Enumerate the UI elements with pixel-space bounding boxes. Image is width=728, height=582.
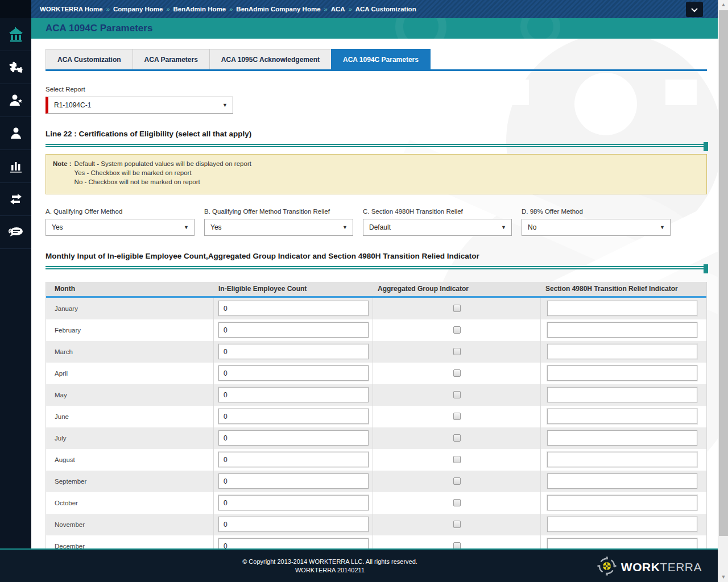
breadcrumb-aca[interactable]: ACA	[331, 6, 345, 13]
line22-fields: A. Qualifying Offer Method Yes ▼ B. Qual…	[46, 208, 707, 236]
table-row-march: March	[46, 341, 706, 363]
sidebar-top-cap	[0, 0, 31, 18]
report-section: Select Report R1-1094C-1 ▼	[46, 86, 707, 114]
breadcrumb-separator: »	[324, 6, 328, 13]
table-row-may: May	[46, 384, 706, 406]
column-header-relief: Section 4980H Transition Relief Indicato…	[541, 285, 706, 293]
relief-input-august[interactable]	[547, 452, 697, 467]
dropdown-arrow-icon: ▼	[501, 219, 506, 235]
dropdown-arrow-icon: ▼	[342, 219, 348, 235]
breadcrumb-benadmin-company-home[interactable]: BenAdmin Company Home	[236, 6, 320, 13]
collapse-button[interactable]	[686, 2, 703, 17]
breadcrumb-benadmin-home[interactable]: BenAdmin Home	[173, 6, 226, 13]
sidebar-item-transfer[interactable]	[0, 183, 31, 216]
vertical-scrollbar[interactable]: ▲ ▼	[718, 0, 728, 582]
month-label: March	[46, 348, 73, 355]
scroll-up-arrow-icon[interactable]: ▲	[718, 0, 728, 10]
sidebar-item-reports[interactable]	[0, 150, 31, 183]
aggregated-checkbox-april[interactable]	[453, 369, 461, 377]
section-4980h-transition-relief-label: C. Section 4980H Transition Relief	[363, 208, 512, 215]
relief-input-february[interactable]	[547, 322, 697, 338]
brand-text-bold: WORK	[621, 560, 660, 573]
section-divider	[46, 144, 707, 147]
aggregated-checkbox-june[interactable]	[453, 413, 461, 420]
count-input-november[interactable]	[218, 517, 369, 532]
breadcrumb-separator: »	[106, 6, 110, 13]
relief-input-march[interactable]	[547, 344, 697, 359]
sidebar-item-home[interactable]	[0, 18, 31, 51]
breadcrumb-separator: »	[229, 6, 233, 13]
chat-bubble-icon	[7, 226, 24, 239]
count-input-december[interactable]	[218, 538, 369, 548]
count-input-may[interactable]	[218, 387, 369, 402]
count-input-january[interactable]	[218, 301, 369, 316]
select-value: Yes	[52, 223, 63, 231]
breadcrumb-company-home[interactable]: Company Home	[113, 6, 163, 13]
relief-input-november[interactable]	[547, 517, 697, 532]
month-label: July	[46, 435, 66, 442]
note-line: Default - System populated values will b…	[75, 160, 251, 168]
brand-text-light: TERRA	[660, 560, 702, 573]
section-4980h-transition-relief-select[interactable]: Default ▼	[363, 219, 512, 236]
sidebar-item-modules[interactable]	[0, 51, 31, 84]
table-row-june: June	[46, 406, 706, 427]
table-row-january: January	[46, 298, 706, 319]
note-box: Note : Default - System populated values…	[46, 154, 707, 194]
sidebar-item-messages[interactable]	[0, 216, 31, 249]
relief-input-october[interactable]	[547, 495, 697, 510]
aggregated-checkbox-october[interactable]	[453, 499, 461, 506]
aggregated-checkbox-september[interactable]	[453, 477, 461, 485]
count-input-april[interactable]	[218, 365, 369, 381]
month-label: October	[46, 500, 78, 506]
offer-method-98-label: D. 98% Offer Method	[522, 208, 671, 215]
aggregated-checkbox-january[interactable]	[453, 305, 461, 312]
bar-chart-icon	[9, 159, 23, 174]
qualifying-offer-transition-relief-select[interactable]: Yes ▼	[204, 219, 353, 236]
relief-input-september[interactable]	[547, 473, 697, 489]
scroll-down-arrow-icon[interactable]: ▼	[718, 572, 728, 582]
aggregated-checkbox-july[interactable]	[453, 434, 461, 442]
aggregated-checkbox-august[interactable]	[453, 456, 461, 463]
aggregated-checkbox-february[interactable]	[453, 326, 461, 334]
breadcrumb-separator: »	[349, 6, 352, 13]
month-label: January	[46, 305, 78, 312]
user-icon	[9, 126, 23, 141]
aggregated-checkbox-november[interactable]	[453, 521, 461, 528]
transfer-arrows-icon	[9, 193, 23, 206]
table-row-october: October	[46, 492, 706, 514]
count-input-july[interactable]	[218, 430, 369, 446]
breadcrumb-workterra-home[interactable]: WORKTERRA Home	[40, 6, 103, 13]
page-title: ACA 1094C Parameters	[46, 23, 152, 34]
relief-input-may[interactable]	[547, 387, 697, 402]
qualifying-offer-method-select[interactable]: Yes ▼	[46, 219, 195, 236]
count-input-june[interactable]	[218, 409, 369, 424]
relief-input-december[interactable]	[547, 538, 697, 548]
breadcrumb-aca-customization[interactable]: ACA Customization	[355, 6, 416, 13]
header-watermark-circle	[520, 18, 560, 39]
note-label: Note :	[53, 160, 72, 188]
tab-aca-parameters[interactable]: ACA Parameters	[133, 49, 209, 69]
select-value: Default	[369, 223, 391, 231]
offer-method-98-select[interactable]: No ▼	[522, 219, 671, 236]
relief-input-july[interactable]	[547, 430, 697, 446]
relief-input-june[interactable]	[547, 409, 697, 424]
sidebar-item-users[interactable]	[0, 117, 31, 150]
sidebar-item-admin-users[interactable]	[0, 84, 31, 117]
count-input-october[interactable]	[218, 495, 369, 510]
relief-input-january[interactable]	[547, 301, 697, 316]
aggregated-checkbox-may[interactable]	[453, 391, 461, 398]
tab-aca-customization[interactable]: ACA Customization	[46, 49, 133, 69]
aggregated-checkbox-march[interactable]	[453, 348, 461, 355]
scrollbar-thumb[interactable]	[719, 10, 728, 536]
relief-input-april[interactable]	[547, 365, 697, 381]
section-divider	[46, 266, 707, 269]
count-input-march[interactable]	[218, 344, 369, 359]
aggregated-checkbox-december[interactable]	[453, 542, 461, 548]
count-input-february[interactable]	[218, 322, 369, 338]
tab-aca-1094c-parameters[interactable]: ACA 1094C Parameters	[331, 49, 431, 69]
count-input-august[interactable]	[218, 452, 369, 467]
count-input-september[interactable]	[218, 473, 369, 489]
month-label: August	[46, 456, 75, 463]
tab-aca-1095c-acknowledgement[interactable]: ACA 1095C Acknowledgement	[209, 49, 331, 69]
report-select[interactable]: R1-1094C-1 ▼	[46, 97, 233, 114]
